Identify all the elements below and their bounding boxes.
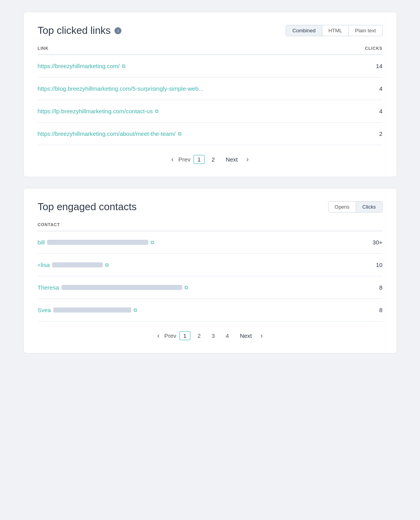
page-1-btn[interactable]: 1 xyxy=(193,155,204,164)
prev-label: Prev xyxy=(178,156,190,163)
table-header: LINK CLICKS xyxy=(38,46,383,55)
table-row: https://blog.breezyhillmarketing.com/5-s… xyxy=(38,77,383,100)
link-url-1[interactable]: https://breezyhillmarketing.com/ ⧉ xyxy=(38,63,126,69)
blurred-email-3 xyxy=(62,285,182,290)
table-row: https://breezyhillmarketing.com/about/me… xyxy=(38,123,383,145)
external-link-icon[interactable]: ⧉ xyxy=(105,262,109,268)
title-group: Top clicked links i xyxy=(38,25,122,37)
click-count-4: 2 xyxy=(379,130,382,137)
top-engaged-contacts-card: Top engaged contacts Opens Clicks CONTAC… xyxy=(23,188,397,353)
contact-count-3: 8 xyxy=(379,284,382,291)
page-2-btn[interactable]: 2 xyxy=(208,155,219,164)
contacts-page-1-btn[interactable]: 1 xyxy=(179,331,190,340)
contact-cell-3: Theresa ⧉ xyxy=(38,284,188,291)
external-link-icon[interactable]: ⧉ xyxy=(151,239,154,246)
contact-cell-1: bill ⧉ xyxy=(38,239,154,246)
filter-combined-btn[interactable]: Combined xyxy=(286,25,322,36)
filter-opens-btn[interactable]: Opens xyxy=(329,202,356,212)
pagination: ‹ Prev 1 2 Next › xyxy=(38,155,383,164)
filter-btn-group: Combined HTML Plain text xyxy=(286,25,382,36)
table-row: bill ⧉ 30+ xyxy=(38,231,383,254)
top-clicked-links-card: Top clicked links i Combined HTML Plain … xyxy=(23,12,397,177)
table-row: <lisa ⧉ 10 xyxy=(38,254,383,276)
card-title: Top clicked links xyxy=(38,25,111,37)
blurred-email-1 xyxy=(47,240,148,245)
link-url-3[interactable]: https://lp.breezyhillmarketing.com/conta… xyxy=(38,108,159,114)
click-count-2: 4 xyxy=(379,85,382,92)
contact-name-1[interactable]: bill xyxy=(38,239,45,246)
table-row: https://lp.breezyhillmarketing.com/conta… xyxy=(38,100,383,123)
card-header: Top engaged contacts Opens Clicks xyxy=(38,201,383,213)
contact-cell-4: Svea ⧉ xyxy=(38,307,137,313)
prev-chevron-btn[interactable]: ‹ xyxy=(170,155,175,164)
contacts-table-header: CONTACT xyxy=(38,222,383,231)
blurred-email-2 xyxy=(52,262,103,267)
card-title: Top engaged contacts xyxy=(38,201,137,213)
external-link-icon: ⧉ xyxy=(178,131,181,137)
link-col-label: LINK xyxy=(38,46,49,51)
external-link-icon: ⧉ xyxy=(122,63,125,69)
contacts-next-btn[interactable]: Next xyxy=(236,331,256,341)
contact-count-4: 8 xyxy=(379,307,382,313)
next-chevron-btn[interactable]: › xyxy=(245,155,250,164)
link-url-4[interactable]: https://breezyhillmarketing.com/about/me… xyxy=(38,130,181,137)
filter-plain-text-btn[interactable]: Plain text xyxy=(349,25,382,36)
contacts-page-4-btn[interactable]: 4 xyxy=(222,331,233,341)
click-count-1: 14 xyxy=(376,63,383,69)
blurred-email-4 xyxy=(53,307,131,313)
contacts-pagination: ‹ Prev 1 2 3 4 Next › xyxy=(38,331,383,341)
contact-count-2: 10 xyxy=(376,262,383,268)
click-count-3: 4 xyxy=(379,108,382,114)
card-header: Top clicked links i Combined HTML Plain … xyxy=(38,25,383,37)
table-row: Svea ⧉ 8 xyxy=(38,299,383,321)
prev-label: Prev xyxy=(164,332,176,339)
external-link-icon[interactable]: ⧉ xyxy=(185,285,188,291)
info-icon[interactable]: i xyxy=(114,27,121,34)
contact-count-1: 30+ xyxy=(373,239,382,246)
table-row: https://breezyhillmarketing.com/ ⧉ 14 xyxy=(38,55,383,77)
filter-clicks-btn[interactable]: Clicks xyxy=(356,202,382,212)
contact-cell-2: <lisa ⧉ xyxy=(38,262,109,268)
contact-name-2[interactable]: <lisa xyxy=(38,262,50,268)
clicks-col-label: CLICKS xyxy=(365,46,383,51)
next-btn[interactable]: Next xyxy=(222,155,242,164)
external-link-icon: ⧉ xyxy=(155,108,158,114)
filter-html-btn[interactable]: HTML xyxy=(322,25,349,36)
contact-col-label: CONTACT xyxy=(38,222,60,227)
external-link-icon[interactable]: ⧉ xyxy=(134,307,137,313)
contact-name-4[interactable]: Svea xyxy=(38,307,51,313)
contacts-next-chevron-btn[interactable]: › xyxy=(259,331,264,341)
contact-name-3[interactable]: Theresa xyxy=(38,284,59,291)
prev-chevron-btn[interactable]: ‹ xyxy=(156,331,161,341)
link-url-2[interactable]: https://blog.breezyhillmarketing.com/5-s… xyxy=(38,85,204,92)
contacts-page-3-btn[interactable]: 3 xyxy=(208,331,219,341)
filter-btn-group: Opens Clicks xyxy=(328,201,383,213)
table-row: Theresa ⧉ 8 xyxy=(38,276,383,299)
contacts-page-2-btn[interactable]: 2 xyxy=(193,331,204,341)
